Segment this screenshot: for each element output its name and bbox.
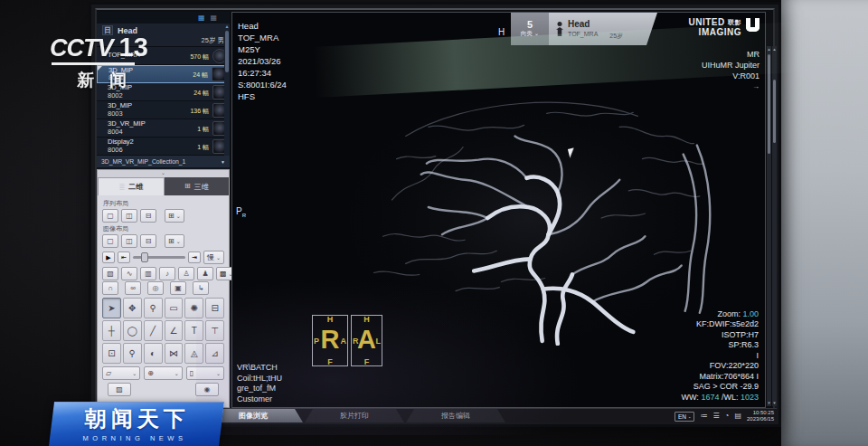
magnet-button[interactable]: ∩ <box>102 281 118 295</box>
notes-button[interactable]: ♪ <box>159 267 175 280</box>
play-button[interactable]: ▶ <box>102 251 115 263</box>
flip-vertical-button[interactable]: ◬ <box>184 343 203 364</box>
timer-icon[interactable]: ◔ <box>725 412 730 421</box>
sidebar-scrollbar[interactable]: ▲ <box>224 24 230 156</box>
tab-report-edit[interactable]: 报告编辑 <box>406 409 505 422</box>
series-item[interactable]: Display28006 1 幅 <box>97 138 230 156</box>
grid-view-icon[interactable]: ▦ <box>198 14 205 22</box>
scroll-thumb[interactable] <box>773 80 776 143</box>
tab-3d[interactable]: ⊞ 三维 <box>165 177 230 195</box>
img-layout-1x2-button[interactable]: ◫ <box>121 234 137 248</box>
series-count: 24 幅 <box>193 89 209 98</box>
cine-controls: ▶ ⇤ ⇥ 慢 ⌄ <box>102 251 224 264</box>
series-tab-main[interactable]: Head TOF_MRA 25岁 <box>549 13 657 45</box>
img-layout-grid-combo[interactable]: ⊞ ⌄ <box>165 234 184 248</box>
channel-name: 新闻 <box>77 69 148 92</box>
vendor-logo-block: UNITED 联影 IMAGING <box>688 17 760 37</box>
queue-icon[interactable]: ≔ <box>700 412 707 421</box>
patient-orientation-button[interactable]: ♙ <box>178 267 194 280</box>
scrollbar-inner[interactable]: ▲ ▼ <box>772 46 777 406</box>
tab-2d[interactable]: ≣ 二维 <box>98 177 165 195</box>
visibility-button[interactable]: ◉ <box>195 383 219 396</box>
image-viewport[interactable]: 5 向类 ⌄ Head TOF_MRA 25岁 H PR Head TO <box>231 12 766 408</box>
orientation-marker-top: H <box>498 27 505 37</box>
tab-3d-label: 三维 <box>194 182 209 192</box>
chevron-down-icon: ⌄ <box>176 213 181 219</box>
thumbnail-strip-button[interactable]: ▧ <box>102 267 118 280</box>
preset-icon: ▱ <box>106 369 111 377</box>
series-item[interactable]: 3D_VR_MIP8004 1 幅 <box>97 119 230 138</box>
display-tools-row: ▧ ∿ ▥ ♪ ♙ ♟ ▩ ⌄ <box>102 267 224 280</box>
histogram-button[interactable]: ∿ <box>121 267 137 280</box>
line-measure-button[interactable]: ╱ <box>144 320 163 341</box>
patient-export-button[interactable]: ♟ <box>197 267 213 280</box>
magnify-button[interactable]: ⚲ <box>123 343 142 364</box>
scroll-down-icon[interactable]: ▼ <box>772 400 776 406</box>
workbox-icon[interactable]: ▤ <box>734 412 741 421</box>
scroll-up-icon[interactable]: ▲ <box>767 46 770 52</box>
tab-2d-label: 二维 <box>128 182 143 192</box>
slider-knob[interactable] <box>141 252 148 262</box>
series-tab[interactable]: 5 向类 ⌄ Head TOF_MRA 25岁 <box>511 13 657 45</box>
text-annotation-button[interactable]: T <box>184 320 203 341</box>
tab-age: 25岁 <box>609 32 623 45</box>
skip-start-button[interactable]: ⇤ <box>118 251 130 263</box>
copy-button[interactable]: ▣ <box>170 281 186 295</box>
snapshot-button[interactable]: ▨ <box>108 383 131 396</box>
crop-tool-button[interactable]: ▭ <box>165 298 184 318</box>
scrollbar-outer[interactable]: ▲ ▼ <box>767 46 771 406</box>
speed-value: 慢 <box>207 252 214 262</box>
scroll-down-icon[interactable]: ▼ <box>767 400 770 406</box>
crosshair-tool-button[interactable]: ┼ <box>102 320 121 341</box>
localizer-button[interactable]: ◎ <box>147 281 164 295</box>
zoom-region-button[interactable]: ⊡ <box>102 343 121 364</box>
rotate-button[interactable]: ⊿ <box>205 343 224 364</box>
layout-2x1-button[interactable]: ⊟ <box>140 209 156 223</box>
text-arrow-button[interactable]: ⊤ <box>205 320 224 341</box>
angle-measure-button[interactable]: ∠ <box>165 320 184 341</box>
series-count-badge[interactable]: 5 向类 ⌄ <box>511 13 549 45</box>
layout-1x1-button[interactable]: ▢ <box>102 209 118 223</box>
chart-button[interactable]: ▥ <box>140 267 156 280</box>
panel-collapse-handle[interactable]: ⌄ <box>98 170 229 177</box>
layout-1x2-button[interactable]: ◫ <box>121 209 137 223</box>
ellipse-roi-button[interactable]: ◯ <box>123 320 142 341</box>
scroll-thumb[interactable] <box>225 31 229 72</box>
img-layout-1x1-button[interactable]: ▢ <box>102 234 118 248</box>
speed-combo[interactable]: 慢 ⌄ <box>203 251 224 264</box>
cine-slider[interactable] <box>133 256 185 259</box>
workflow-tabs: 图像浏览 胶片打印 报告编辑 <box>203 409 507 422</box>
series-count: 136 幅 <box>190 107 209 116</box>
list-view-icon[interactable]: ▦ <box>210 14 217 22</box>
save-preset-combo[interactable]: ▱ ⌄ <box>102 366 140 380</box>
scroll-thumb[interactable] <box>768 54 770 154</box>
collection-bar[interactable]: 3D_MR_VR_MIP_Collection_1 ▼ <box>97 156 230 167</box>
cctv-watermark: CCTV 13 新闻 <box>50 34 148 92</box>
tab-film-print[interactable]: 胶片打印 <box>305 409 404 422</box>
series-layout-label: 序列布局 <box>103 199 224 208</box>
enhance-tool-button[interactable]: ✺ <box>184 298 203 318</box>
tools-panel: ⌄ ≣ 二维 ⊞ 三维 序列布局 ▢ ◫ ⊟ ⊞ <box>97 169 230 408</box>
tasks-icon[interactable]: ☰ <box>712 412 719 421</box>
scroll-up-icon[interactable]: ▲ <box>772 46 776 52</box>
pan-tool-button[interactable]: ✥ <box>123 298 142 318</box>
flip-horizontal-button[interactable]: ⋈ <box>165 343 184 364</box>
chevron-down-icon: ⌄ <box>216 370 221 376</box>
series-item[interactable]: 3D_MIP8003 136 幅 <box>97 101 230 119</box>
link-series-button[interactable]: ∞ <box>125 281 141 295</box>
delete-tool-button[interactable]: ⊟ <box>205 298 224 318</box>
zoom-tool-button[interactable]: ⚲ <box>144 298 163 318</box>
invert-button[interactable]: ◐ <box>144 343 163 364</box>
filter-icon[interactable]: ▼ <box>221 159 225 165</box>
export-button[interactable]: ↳ <box>193 281 209 295</box>
scroll-up-icon[interactable]: ▲ <box>225 24 230 29</box>
broadcast-frame: ≠ ▦ ▦ 日 Head 25岁 男 TOF_MRA 570 幅 3D_MIP8 <box>0 0 868 446</box>
skip-end-button[interactable]: ⇥ <box>188 251 201 263</box>
img-layout-2x1-button[interactable]: ⊟ <box>140 234 156 248</box>
orientation-marker-left: PR <box>236 206 246 218</box>
layout-grid-combo[interactable]: ⊞ ⌄ <box>165 209 184 223</box>
window-preset-combo[interactable]: ▯ ⌄ <box>186 366 224 380</box>
language-switcher[interactable]: EN⌄ <box>675 412 694 422</box>
layout-preset-combo[interactable]: ⊕ ⌄ <box>144 366 182 380</box>
cursor-tool-button[interactable]: ➤ <box>102 298 121 318</box>
